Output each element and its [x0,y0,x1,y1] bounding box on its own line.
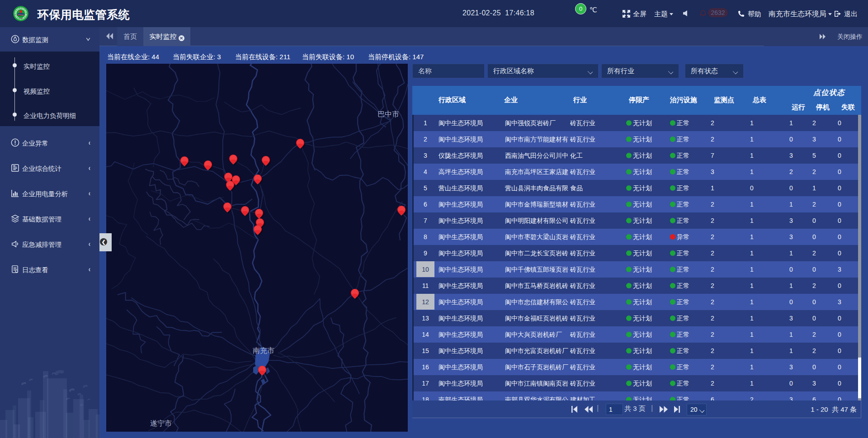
svg-text:遂宁市: 遂宁市 [150,419,172,427]
svg-text:南充市: 南充市 [253,347,274,354]
svg-text:巴中市: 巴中市 [377,110,399,118]
